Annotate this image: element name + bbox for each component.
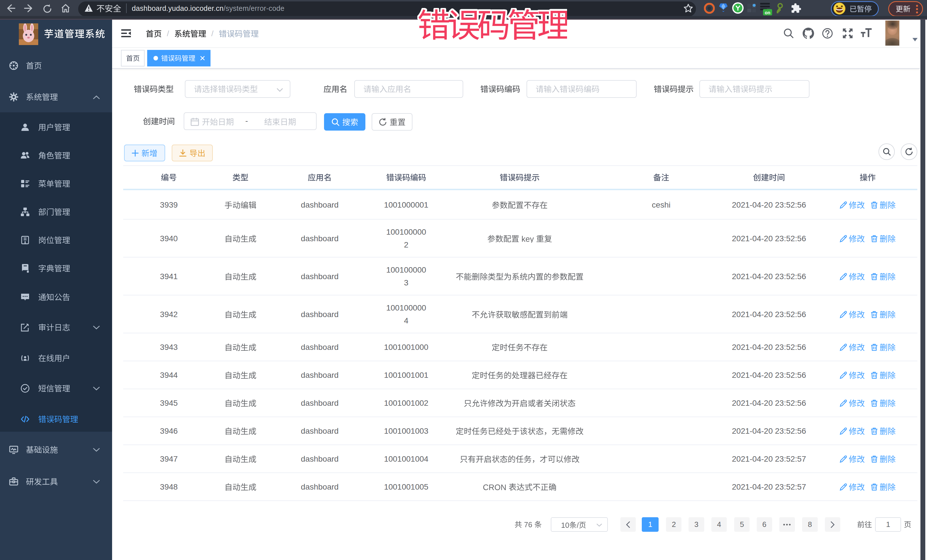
svg-text:on: on — [765, 10, 770, 15]
